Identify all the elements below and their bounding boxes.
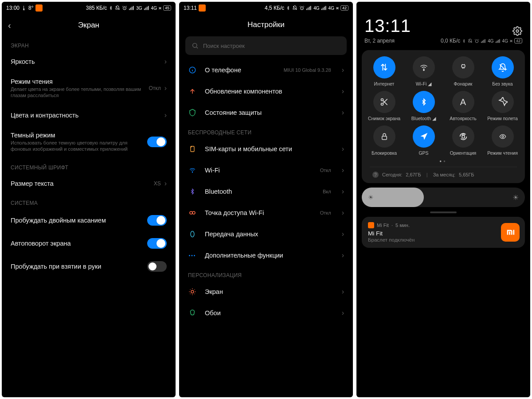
section-font: СИСТЕМНЫЙ ШРИФТ: [2, 158, 176, 173]
net-speed: 385 КБ/с: [86, 5, 107, 11]
net-type-1: 4G: [313, 6, 319, 11]
qs-tile-orientation[interactable]: Ориентация: [444, 125, 482, 156]
lift-wake-toggle[interactable]: [147, 261, 167, 272]
chevron-right-icon: ›: [342, 288, 344, 296]
svg-rect-36: [462, 65, 465, 67]
svg-rect-10: [306, 9, 307, 10]
chevron-right-icon: ›: [342, 209, 344, 217]
shade-time: 13:11: [364, 16, 411, 36]
qs-tile-wifi[interactable]: Wi-Fi ◢: [405, 56, 442, 86]
sim-row[interactable]: SIM-карты и мобильные сети ›: [179, 138, 353, 160]
notification-card[interactable]: Mi Fit · 5 мин. Mi Fit Браслет подключён: [362, 217, 525, 248]
signal-icon: [129, 6, 134, 10]
search-input[interactable]: Поиск настроек: [185, 36, 347, 55]
back-button[interactable]: ‹: [8, 20, 11, 31]
notif-title: Mi Fit: [368, 230, 519, 237]
page-indicator[interactable]: ●●: [365, 156, 521, 165]
net-type-1: 3G: [136, 6, 142, 11]
qs-tile-label: Снимок экрана: [368, 116, 400, 121]
auto-rotate-toggle[interactable]: [147, 238, 167, 249]
header: ‹ Экран: [2, 14, 176, 36]
mi-fit-icon: [35, 4, 43, 12]
download-icon: ⭳: [21, 5, 27, 11]
bluetooth-icon: [413, 91, 435, 113]
reading-mode-row[interactable]: Режим чтения Делает цвета на экране боле…: [2, 72, 176, 105]
qs-tile-label: Режим полета: [487, 116, 518, 121]
chevron-right-icon: ›: [342, 251, 344, 259]
signal-icon: [306, 6, 312, 10]
signal-icon: [481, 39, 486, 43]
airplane-icon: [492, 91, 514, 113]
reading-mode-desc: Делает цвета на экране более теплыми, по…: [11, 86, 144, 99]
double-tap-toggle[interactable]: [147, 215, 167, 226]
signal-icon-2: [144, 6, 149, 10]
status-time: 13:11: [184, 5, 197, 11]
auto-rotate-label: Автоповорот экрана: [11, 240, 147, 247]
data-row[interactable]: Передача данных ›: [179, 223, 353, 245]
wallpaper-row[interactable]: Обои ›: [179, 302, 353, 324]
qs-tile-airplane[interactable]: Режим полета: [484, 91, 521, 121]
qs-tile-screenshot[interactable]: Снимок экрана: [365, 91, 403, 121]
svg-rect-16: [324, 7, 325, 10]
usage-today-label: Сегодня:: [382, 172, 402, 177]
bluetooth-label: Bluetooth: [205, 188, 315, 195]
chevron-right-icon: ›: [342, 66, 344, 74]
dark-mode-row[interactable]: Темный режим Использовать более темную ц…: [2, 125, 176, 159]
wifi-value: Откл: [320, 168, 331, 173]
text-size-row[interactable]: Размер текста XS ›: [2, 173, 176, 194]
more-row[interactable]: ••• Дополнительные функции ›: [179, 245, 353, 266]
wifi-row[interactable]: Wi-Fi Откл ›: [179, 160, 353, 181]
svg-rect-6: [145, 8, 146, 10]
qs-tile-gps[interactable]: GPS: [405, 125, 442, 156]
qs-tile-label: Режим чтения: [487, 150, 518, 156]
shade-handle[interactable]: [430, 211, 457, 213]
qs-tile-flashlight[interactable]: Фонарик: [444, 56, 482, 86]
notif-subtitle: Браслет подключён: [368, 237, 519, 243]
qs-tile-internet[interactable]: ⇅Интернет: [365, 56, 403, 86]
notif-app-icon: [368, 222, 374, 228]
lift-wake-row[interactable]: Пробуждать при взятии в руки: [2, 255, 176, 278]
about-phone-row[interactable]: О телефоне MIUI 10 Global 9.3.28 ›: [179, 59, 353, 81]
qs-tile-reading[interactable]: Режим чтения: [484, 125, 521, 156]
security-label: Состояние защиты: [205, 109, 331, 116]
sim-icon: [188, 145, 197, 153]
usage-month-label: За месяц:: [433, 172, 455, 177]
hotspot-icon: [188, 208, 197, 217]
net-speed: 0,0 КБ/с: [441, 38, 460, 44]
svg-rect-39: [382, 136, 387, 140]
settings-button[interactable]: [512, 26, 522, 36]
svg-rect-40: [462, 135, 465, 138]
page-title: Настройки: [179, 14, 353, 34]
lock-icon: [373, 125, 395, 148]
qs-tile-label: Автояркость: [450, 116, 477, 121]
brightness-slider[interactable]: ☀ ☀: [362, 188, 525, 207]
page-title: Экран: [78, 21, 99, 30]
brightness-row[interactable]: Яркость ›: [2, 51, 176, 72]
qs-tile-mute[interactable]: Без звука: [484, 56, 521, 86]
battery-indicator: 42: [340, 5, 348, 11]
bluetooth-row[interactable]: Bluetooth Вкл ›: [179, 181, 353, 202]
colors-row[interactable]: Цвета и контрастность ›: [2, 105, 176, 125]
bluetooth-icon: [109, 5, 113, 11]
svg-rect-2: [130, 8, 131, 10]
hotspot-row[interactable]: Точка доступа Wi-Fi Откл ›: [179, 202, 353, 223]
hotspot-label: Точка доступа Wi-Fi: [205, 209, 312, 216]
data-usage-row[interactable]: ? Сегодня: 2,67ГБ | За месяц: 5,65ГБ: [370, 167, 517, 179]
display-row[interactable]: Экран ›: [179, 281, 353, 302]
qs-tile-autobright[interactable]: AАвтояркость: [444, 91, 482, 121]
svg-point-18: [193, 43, 197, 47]
dnd-icon: [292, 5, 297, 11]
auto-rotate-row[interactable]: Автоповорот экрана: [2, 232, 176, 255]
qs-tile-lock[interactable]: Блокировка: [365, 125, 403, 156]
brightness-high-icon: ☀: [512, 193, 519, 202]
chevron-right-icon: ›: [342, 87, 344, 95]
notif-when: 5 мин.: [395, 223, 410, 228]
security-row[interactable]: Состояние защиты ›: [179, 102, 353, 123]
dnd-icon: [468, 39, 473, 43]
phone-settings-main: 13:11 4,5 КБ/с 4G 4G ж 42 Настройки Поис…: [179, 2, 353, 397]
qs-tile-bluetooth[interactable]: Bluetooth ◢: [405, 91, 442, 121]
dark-mode-toggle[interactable]: [147, 137, 167, 147]
display-label: Экран: [205, 288, 331, 295]
update-row[interactable]: Обновление компонентов ›: [179, 81, 353, 102]
double-tap-row[interactable]: Пробуждать двойным касанием: [2, 209, 176, 232]
